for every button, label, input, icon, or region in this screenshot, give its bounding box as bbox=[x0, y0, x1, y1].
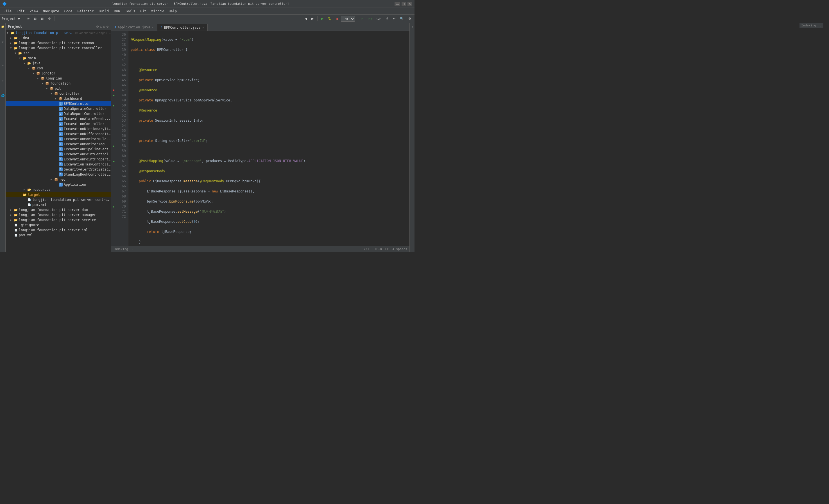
tab-application[interactable]: J Application.java ✕ bbox=[111, 24, 157, 31]
code-line-41: @Resource bbox=[131, 88, 407, 93]
toolbar-collapse-btn[interactable]: ⊟ bbox=[32, 16, 38, 21]
search-btn[interactable]: 🔍 bbox=[398, 16, 405, 21]
menu-file[interactable]: File bbox=[1, 9, 14, 14]
tree-item-excavation-pipe[interactable]: C ExcavationPipelineSect... bbox=[6, 147, 111, 152]
tree-item-resources[interactable]: ▶ 📂 resources bbox=[6, 187, 111, 192]
nav-forward-btn[interactable]: ▶ bbox=[310, 16, 315, 21]
tree-item-excavation-alarm[interactable]: C ExcavationAlarmFeedb... bbox=[6, 116, 111, 121]
tree-item-foundation[interactable]: ▼ 📦 foundation bbox=[6, 81, 111, 86]
tree-item-excavation-rule[interactable]: C ExcavationMonitorRule... bbox=[6, 137, 111, 142]
menu-build[interactable]: Build bbox=[96, 9, 111, 14]
sidebar-icon-project[interactable]: 📁 bbox=[1, 24, 5, 29]
tree-item-dashboard[interactable]: ▶ 📦 dashboard bbox=[6, 96, 111, 101]
tree-item-root-iml[interactable]: 📄 longjian-foundation-pit-server.iml bbox=[6, 227, 111, 232]
tree-item-excavation-diff[interactable]: C ExcavationDifferenceIte... bbox=[6, 132, 111, 137]
tree-item-excavation-task[interactable]: C ExcavationTaskControll... bbox=[6, 162, 111, 167]
tree-item-bpmcontroller[interactable]: C BPMController bbox=[6, 101, 111, 106]
tree-item-root[interactable]: ▼ 📁 longjian-foundation-pit-server D:\Wo… bbox=[6, 30, 111, 35]
sidebar-icon-commit[interactable]: ⊙ bbox=[1, 39, 5, 44]
tree-item-src[interactable]: ▼ 📂 src bbox=[6, 50, 111, 56]
tree-item-excavation-point[interactable]: C ExcavationPointControll... bbox=[6, 152, 111, 157]
tree-item-datareport[interactable]: C DataReportController bbox=[6, 111, 111, 116]
tab-bpmcontroller-close[interactable]: ✕ bbox=[202, 26, 204, 29]
panel-filter-icon[interactable]: ⊞ bbox=[103, 25, 105, 29]
tree-item-com[interactable]: ▼ 📦 com bbox=[6, 66, 111, 71]
tab-application-close[interactable]: ✕ bbox=[152, 26, 154, 29]
menu-help[interactable]: Help bbox=[166, 9, 179, 14]
tree-item-security[interactable]: C SecurityAlertStatisticCo... bbox=[6, 167, 111, 172]
tree-item-idea[interactable]: ▶ 📂 .idea bbox=[6, 35, 111, 40]
sidebar-icon-favorites[interactable]: ☆ bbox=[1, 78, 5, 82]
title-bar: 🔷 longjian-foundation-pit-server - BPMCo… bbox=[0, 0, 414, 8]
tree-item-application[interactable]: C Application bbox=[6, 182, 111, 187]
toolbar-filter-btn[interactable]: ⊞ bbox=[39, 16, 45, 21]
menu-git[interactable]: Git bbox=[138, 9, 149, 14]
menu-code[interactable]: Code bbox=[62, 9, 75, 14]
code-editor[interactable]: ● ▶ ▶ ▶ ▶ bbox=[111, 31, 409, 246]
panel-settings-icon[interactable]: ⚙ bbox=[107, 25, 108, 29]
tree-item-longfor[interactable]: ▼ 📦 longfor bbox=[6, 71, 111, 76]
tree-item-req[interactable]: ▶ 📦 req bbox=[6, 177, 111, 182]
panel-sync-icon[interactable]: ⟳ bbox=[96, 25, 99, 29]
menu-view[interactable]: View bbox=[28, 9, 40, 14]
settings-gear-btn[interactable]: ⚙ bbox=[407, 16, 413, 21]
debug-btn[interactable]: 🐛 bbox=[326, 16, 333, 21]
maximize-button[interactable]: □ bbox=[402, 2, 406, 6]
menu-edit[interactable]: Edit bbox=[14, 9, 27, 14]
tree-label-excavation-point: ExcavationPointControll... bbox=[64, 152, 111, 156]
git-push-btn[interactable]: ✓↑ bbox=[366, 16, 374, 21]
status-encoding[interactable]: UTF-8 bbox=[373, 247, 382, 251]
tree-item-controller-pom[interactable]: 📄 pom.xml bbox=[6, 202, 111, 207]
sidebar-icon-structure[interactable]: ≡ bbox=[1, 63, 5, 67]
tree-item-excavation-prop[interactable]: C ExcavationPointPropert... bbox=[6, 157, 111, 162]
tree-item-target[interactable]: 📂 target bbox=[6, 192, 111, 197]
tree-item-dao[interactable]: ▶ 📂 longjian-foundation-pit-server-dao bbox=[6, 207, 111, 212]
tree-item-excavation-dict[interactable]: C ExcavationDictionaryIte... bbox=[6, 127, 111, 132]
git-checkmark-btn[interactable]: ✓ bbox=[359, 16, 365, 21]
minimize-button[interactable]: — bbox=[395, 2, 400, 6]
status-line-col[interactable]: 37:1 bbox=[362, 247, 369, 251]
tree-item-excavation-ctrl[interactable]: C ExcavationController bbox=[6, 121, 111, 127]
tree-item-controller-iml[interactable]: 📄 longjian-foundation-pit-server-control… bbox=[6, 197, 111, 202]
code-line-51: LjBaseResponse ljBaseResponse = new LjBa… bbox=[131, 189, 407, 194]
tab-bpmcontroller[interactable]: J BPMController.java ✕ bbox=[157, 24, 208, 31]
menu-run[interactable]: Run bbox=[112, 9, 122, 14]
tree-item-java-folder[interactable]: ▼ 📂 java bbox=[6, 61, 111, 66]
tree-item-standing[interactable]: C StandingBookControlle... bbox=[6, 172, 111, 177]
tree-item-controller-module[interactable]: ▼ 📂 longjian-foundation-pit-server-contr… bbox=[6, 45, 111, 50]
nav-back-btn[interactable]: ◀ bbox=[303, 16, 309, 21]
run-config-select[interactable]: pit bbox=[341, 16, 355, 22]
tree-item-controller-pkg[interactable]: ▼ 📦 controller bbox=[6, 91, 111, 96]
tree-label-req: req bbox=[59, 178, 66, 181]
project-label[interactable]: Project ▼ bbox=[2, 17, 20, 21]
menu-refactor[interactable]: Refactor bbox=[75, 9, 96, 14]
tree-item-excavation-tag[interactable]: C ExcavationMonitorTagC... bbox=[6, 142, 111, 147]
menu-tools[interactable]: Tools bbox=[123, 9, 137, 14]
stop-btn[interactable]: ■ bbox=[335, 16, 340, 21]
status-indent[interactable]: 4 spaces bbox=[392, 247, 407, 251]
sidebar-icon-web[interactable]: 🌐 bbox=[1, 93, 5, 98]
tree-item-common[interactable]: ▶ 📂 longjian-foundation-pit-server-commo… bbox=[6, 40, 111, 45]
code-content[interactable]: @RequestMapping(value = "/bpm") public c… bbox=[129, 31, 409, 246]
toolbar-sync-btn[interactable]: ⟳ bbox=[25, 16, 31, 21]
status-line-sep[interactable]: LF bbox=[385, 247, 389, 251]
panel-collapse-icon[interactable]: ⊟ bbox=[100, 25, 102, 29]
menu-window[interactable]: Window bbox=[149, 9, 166, 14]
tree-item-main[interactable]: ▼ 📂 main bbox=[6, 56, 111, 61]
tree-item-service[interactable]: ▶ 📂 longjian-foundation-pit-server-servi… bbox=[6, 217, 111, 222]
tree-item-gitignore[interactable]: 📄 .gitignore bbox=[6, 222, 111, 227]
tree-item-root-pom[interactable]: 📄 pom.xml bbox=[6, 232, 111, 238]
tree-item-longjian[interactable]: ▼ 📦 longjian bbox=[6, 76, 111, 81]
code-line-47 bbox=[131, 148, 407, 153]
project-panel-header: Project ⟳ ⊟ ⊞ ⚙ bbox=[6, 23, 111, 30]
close-button[interactable]: ✕ bbox=[407, 2, 412, 6]
run-btn[interactable]: ▶ bbox=[320, 16, 325, 21]
tree-item-manager[interactable]: ▶ 📂 longjian-foundation-pit-server-manag… bbox=[6, 212, 111, 217]
tree-item-dataoperate[interactable]: C DataOperateController bbox=[6, 106, 111, 111]
toolbar-settings-btn[interactable]: ⚙ bbox=[46, 16, 52, 21]
git-undo-btn[interactable]: ↩ bbox=[391, 16, 397, 21]
tree-item-pit[interactable]: ▼ 📦 pit bbox=[6, 86, 111, 91]
tree-label-standing: StandingBookControlle... bbox=[64, 173, 111, 176]
menu-navigate[interactable]: Navigate bbox=[41, 9, 62, 14]
git-update-btn[interactable]: ↺ bbox=[384, 16, 390, 21]
